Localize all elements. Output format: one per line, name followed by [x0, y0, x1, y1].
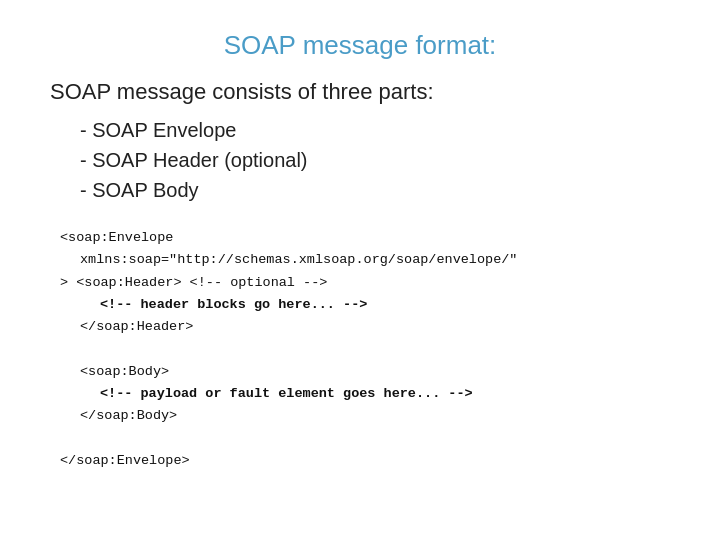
list-item-header: - SOAP Header (optional): [80, 145, 670, 175]
code-line-5: </soap:Header>: [80, 316, 670, 338]
code-line-9: </soap:Envelope>: [60, 453, 190, 468]
code-line-1: <soap:Envelope: [60, 230, 173, 245]
parts-list: - SOAP Envelope - SOAP Header (optional)…: [80, 115, 670, 205]
slide-title: SOAP message format:: [50, 30, 670, 61]
code-line-7: <!-- payload or fault element goes here.…: [100, 383, 670, 405]
list-item-body: - SOAP Body: [80, 175, 670, 205]
code-line-6: <soap:Body>: [80, 361, 670, 383]
code-line-8: </soap:Body>: [80, 405, 670, 427]
slide-container: SOAP message format: SOAP message consis…: [0, 0, 720, 540]
code-block: <soap:Envelope xmlns:soap="http://schema…: [60, 227, 670, 472]
intro-text: SOAP message consists of three parts:: [50, 79, 670, 105]
code-line-3: > <soap:Header> <!-- optional -->: [60, 275, 327, 290]
list-item-envelope: - SOAP Envelope: [80, 115, 670, 145]
code-line-4: <!-- header blocks go here... -->: [100, 294, 670, 316]
code-line-2: xmlns:soap="http://schemas.xmlsoap.org/s…: [80, 249, 670, 271]
